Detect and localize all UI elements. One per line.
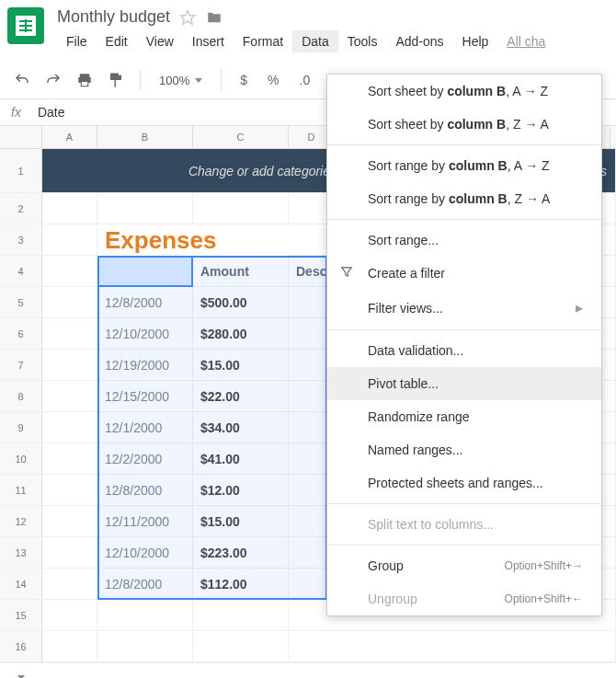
cell[interactable] xyxy=(42,475,97,506)
date-cell[interactable]: 12/11/2000 xyxy=(97,506,193,537)
redo-button[interactable] xyxy=(42,69,64,91)
cell[interactable] xyxy=(42,443,97,475)
date-cell[interactable]: 12/8/2000 xyxy=(97,569,193,600)
row-header[interactable]: 4 xyxy=(0,256,42,287)
cell[interactable] xyxy=(42,631,97,662)
cell[interactable] xyxy=(42,193,97,224)
row-header[interactable]: 9 xyxy=(0,412,42,443)
col-header-C[interactable]: C xyxy=(193,126,289,148)
date-cell[interactable]: 12/10/2000 xyxy=(97,537,193,569)
row-header[interactable]: 14 xyxy=(0,569,42,600)
format-decimal-button[interactable]: .0 xyxy=(294,73,316,87)
cell[interactable] xyxy=(42,600,97,631)
cell[interactable] xyxy=(42,256,97,287)
col-header-A[interactable]: A xyxy=(42,126,97,148)
cell[interactable] xyxy=(42,318,97,350)
cell[interactable] xyxy=(97,193,193,224)
date-cell[interactable]: 12/8/2000 xyxy=(97,287,193,318)
cell[interactable] xyxy=(42,224,97,256)
cell[interactable] xyxy=(289,631,616,662)
zoom-select[interactable]: 100% xyxy=(154,74,208,87)
menu-format[interactable]: Format xyxy=(234,30,292,52)
paint-format-button[interactable] xyxy=(105,69,127,91)
cell[interactable] xyxy=(42,506,97,537)
row-header[interactable]: 7 xyxy=(0,350,42,381)
row-header[interactable]: 15 xyxy=(0,600,42,631)
cell[interactable] xyxy=(42,569,97,600)
menu-pivot-table[interactable]: Pivot table... xyxy=(327,367,601,400)
date-cell[interactable]: 12/10/2000 xyxy=(97,318,193,350)
date-cell[interactable]: 12/1/2000 xyxy=(97,412,193,443)
menu-data-validation[interactable]: Data validation... xyxy=(327,334,601,367)
cell[interactable] xyxy=(42,350,97,381)
format-currency-button[interactable]: $ xyxy=(234,73,253,87)
date-cell[interactable]: 12/15/2000 xyxy=(97,381,193,412)
sheets-app-icon[interactable] xyxy=(7,7,44,44)
menu-named-ranges[interactable]: Named ranges... xyxy=(327,433,601,466)
col-header-B[interactable]: B xyxy=(97,126,193,148)
menu-view[interactable]: View xyxy=(137,30,183,52)
menu-sort-range[interactable]: Sort range... xyxy=(327,224,601,257)
amount-cell[interactable]: $12.00 xyxy=(193,475,289,506)
select-all-corner[interactable] xyxy=(0,126,42,148)
menu-file[interactable]: File xyxy=(57,30,97,52)
cell[interactable] xyxy=(193,193,289,224)
cell[interactable] xyxy=(193,631,289,662)
row-header[interactable]: 11 xyxy=(0,475,42,506)
amount-cell[interactable]: $112.00 xyxy=(193,569,289,600)
sheet-menu-caret[interactable] xyxy=(0,663,42,678)
undo-button[interactable] xyxy=(11,69,33,91)
menu-data[interactable]: Data xyxy=(292,30,338,52)
table-header-amount[interactable]: Amount xyxy=(193,256,289,287)
cell[interactable] xyxy=(97,631,193,662)
cell[interactable] xyxy=(42,537,97,569)
format-percent-button[interactable]: % xyxy=(262,73,284,87)
date-cell[interactable]: 12/19/2000 xyxy=(97,350,193,381)
date-cell[interactable]: 12/2/2000 xyxy=(97,443,193,475)
amount-cell[interactable]: $22.00 xyxy=(193,381,289,412)
menu-protected-sheets[interactable]: Protected sheets and ranges... xyxy=(327,466,601,500)
row-header[interactable]: 5 xyxy=(0,287,42,318)
menu-addons[interactable]: Add-ons xyxy=(386,30,452,52)
amount-cell[interactable]: $223.00 xyxy=(193,537,289,569)
row-header[interactable]: 2 xyxy=(0,193,42,224)
cell[interactable] xyxy=(193,600,289,631)
doc-title[interactable]: Monthly budget xyxy=(57,7,170,27)
menu-sort-sheet-az[interactable]: Sort sheet by column B, A → Z xyxy=(327,75,601,108)
cell[interactable] xyxy=(193,224,289,256)
cell[interactable] xyxy=(42,412,97,443)
amount-cell[interactable]: $34.00 xyxy=(193,412,289,443)
menu-group[interactable]: GroupOption+Shift+→ xyxy=(327,549,601,582)
amount-cell[interactable]: $15.00 xyxy=(193,506,289,537)
menu-create-filter[interactable]: Create a filter xyxy=(327,257,601,290)
menu-edit[interactable]: Edit xyxy=(97,30,137,52)
amount-cell[interactable]: $500.00 xyxy=(193,287,289,318)
table-header-date[interactable]: Date xyxy=(97,256,193,287)
row-header[interactable]: 12 xyxy=(0,506,42,537)
menu-sort-range-za[interactable]: Sort range by column B, Z → A xyxy=(327,182,601,215)
folder-icon[interactable] xyxy=(205,9,223,26)
cell[interactable] xyxy=(97,600,193,631)
row-header[interactable]: 6 xyxy=(0,318,42,350)
row-header[interactable]: 13 xyxy=(0,537,42,569)
menu-randomize[interactable]: Randomize range xyxy=(327,400,601,433)
amount-cell[interactable]: $15.00 xyxy=(193,350,289,381)
amount-cell[interactable]: $280.00 xyxy=(193,318,289,350)
row-header[interactable]: 8 xyxy=(0,381,42,412)
print-button[interactable] xyxy=(74,69,96,91)
cell[interactable] xyxy=(42,287,97,318)
amount-cell[interactable]: $41.00 xyxy=(193,443,289,475)
star-icon[interactable] xyxy=(179,9,196,26)
menu-filter-views[interactable]: Filter views...▸ xyxy=(327,290,601,326)
menu-insert[interactable]: Insert xyxy=(183,30,234,52)
cell[interactable] xyxy=(42,381,97,412)
menu-tools[interactable]: Tools xyxy=(338,30,387,52)
menu-all-changes[interactable]: All cha xyxy=(497,30,554,52)
date-cell[interactable]: 12/8/2000 xyxy=(97,475,193,506)
menu-help[interactable]: Help xyxy=(453,30,498,52)
menu-sort-sheet-za[interactable]: Sort sheet by column B, Z → A xyxy=(327,108,601,141)
formula-input[interactable]: Date xyxy=(38,105,65,120)
row-header[interactable]: 1 xyxy=(0,149,42,193)
row-header[interactable]: 16 xyxy=(0,631,42,662)
row-header[interactable]: 10 xyxy=(0,443,42,475)
